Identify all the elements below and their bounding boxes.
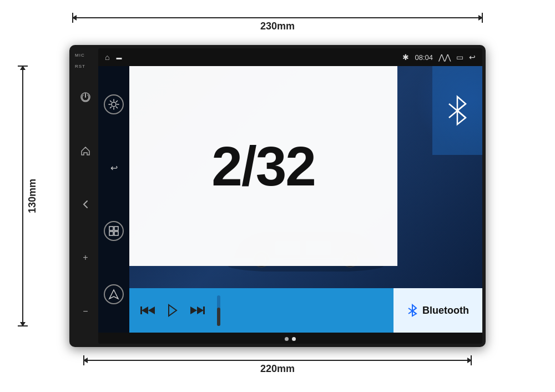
bottom-tick-right xyxy=(471,355,472,365)
home-side-button[interactable] xyxy=(78,143,93,159)
svg-rect-17 xyxy=(140,306,142,314)
top-dimension-label: 230mm xyxy=(260,21,295,32)
nav-back-icon[interactable]: ↩ xyxy=(104,158,124,178)
dot-1 xyxy=(285,337,289,341)
svg-marker-15 xyxy=(142,306,148,314)
progress-bar-fill xyxy=(217,308,220,326)
left-dimension-label: 130mm xyxy=(27,179,38,213)
left-tick-top xyxy=(18,66,28,67)
top-tick-right xyxy=(482,13,483,23)
play-button[interactable] xyxy=(166,304,179,317)
svg-marker-16 xyxy=(148,306,155,314)
status-right: ✱ 08:04 ⋀⋀ ▭ ↩ xyxy=(402,53,476,62)
svg-point-1 xyxy=(112,102,116,107)
rst-label: RST xyxy=(75,64,85,69)
dot-2 xyxy=(292,337,296,341)
svg-rect-5 xyxy=(114,232,118,235)
menu-status-icon: ▬ xyxy=(116,54,122,61)
bluetooth-overlay-icon xyxy=(443,94,471,127)
left-dimension: 130mm xyxy=(22,66,38,326)
diagram-container: 230mm 220mm 130mm MIC RST xyxy=(11,7,544,385)
bottom-tick-left xyxy=(83,355,84,365)
power-button[interactable] xyxy=(78,89,93,105)
car-head-unit: MIC RST + − xyxy=(69,45,486,347)
overlay-number-text: 2/32 xyxy=(211,134,315,198)
nav-settings-icon[interactable] xyxy=(104,94,124,114)
bluetooth-status-icon: ✱ xyxy=(402,53,409,62)
nav-apps-icon[interactable] xyxy=(104,221,124,241)
right-panel-overlay xyxy=(432,66,482,155)
bluetooth-icon xyxy=(407,304,418,317)
bluetooth-text: Bluetooth xyxy=(422,305,469,316)
side-buttons-panel: MIC RST + − xyxy=(73,48,98,344)
nav-navigation-icon[interactable] xyxy=(104,284,124,304)
svg-rect-21 xyxy=(203,306,205,314)
overlay-number-panel: 2/32 xyxy=(129,66,397,266)
screen-bottom-bar xyxy=(98,333,482,344)
mic-label: MIC xyxy=(75,53,85,58)
top-dimension: 230mm xyxy=(72,17,483,32)
screen-nav: ↩ xyxy=(98,66,129,333)
vol-down-button[interactable]: − xyxy=(78,304,93,319)
vol-up-button[interactable]: + xyxy=(78,250,93,265)
bottom-panel: Bluetooth xyxy=(129,288,482,333)
back-status-icon: ↩ xyxy=(469,53,476,62)
back-side-button[interactable] xyxy=(78,197,93,212)
svg-marker-18 xyxy=(169,305,176,316)
bottom-dimension: 220mm xyxy=(83,360,472,375)
progress-bar[interactable] xyxy=(217,295,220,326)
svg-rect-4 xyxy=(109,232,113,235)
status-bar: ⌂ ▬ ✱ 08:04 ⋀⋀ ▭ ↩ xyxy=(98,48,482,66)
left-tick-bottom xyxy=(18,325,28,326)
home-status-icon: ⌂ xyxy=(105,53,109,62)
status-left: ⌂ ▬ xyxy=(105,53,122,62)
screen-content: ↩ xyxy=(98,66,482,333)
signal-icon: ⋀⋀ xyxy=(438,53,451,62)
svg-rect-2 xyxy=(109,227,113,230)
next-button[interactable] xyxy=(189,304,205,316)
top-tick-left xyxy=(72,13,73,23)
bottom-dimension-label: 220mm xyxy=(260,363,295,375)
bluetooth-label-area[interactable]: Bluetooth xyxy=(393,288,482,333)
time-display: 08:04 xyxy=(415,53,433,62)
svg-marker-19 xyxy=(197,306,204,314)
window-icon: ▭ xyxy=(456,53,463,62)
prev-button[interactable] xyxy=(140,304,156,316)
screen-main: 2/32 xyxy=(129,66,482,333)
dots-indicator xyxy=(285,337,296,341)
svg-rect-3 xyxy=(114,227,118,230)
svg-marker-20 xyxy=(190,306,197,314)
screen: ⌂ ▬ ✱ 08:04 ⋀⋀ ▭ ↩ xyxy=(98,48,482,344)
music-controls xyxy=(129,295,393,326)
